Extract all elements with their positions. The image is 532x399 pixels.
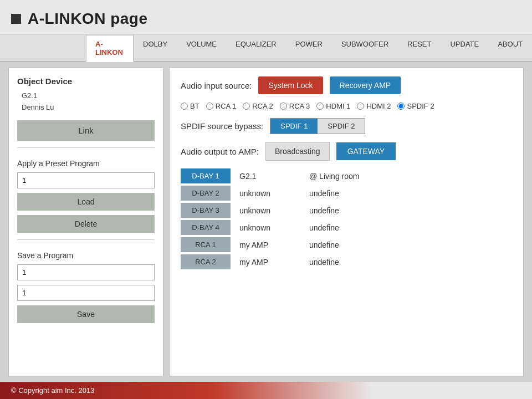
gateway-button[interactable]: GATEWAY — [336, 142, 396, 160]
left-panel: Object Device G2.1 Dennis Lu Link Apply … — [8, 68, 163, 376]
main-content: Object Device G2.1 Dennis Lu Link Apply … — [0, 62, 532, 382]
nav-tab-about[interactable]: ABOUT — [488, 35, 532, 61]
dbay-row: RCA 1my AMPundefine — [181, 237, 512, 252]
footer: © Copyright aim Inc. 2013 — [0, 382, 532, 399]
radio-hdmi-1[interactable]: HDMI 1 — [316, 102, 350, 110]
dbay-row: D-BAY 1G2.1@ Living room — [181, 168, 512, 183]
dbay-device-name: unknown — [239, 189, 300, 198]
spdif-toggle: SPDIF 1SPDIF 2 — [270, 118, 365, 134]
broadcasting-button[interactable]: Broadcasting — [265, 142, 330, 161]
dbay-device-name: unknown — [239, 223, 300, 232]
recovery-amp-button[interactable]: Recovery AMP — [330, 76, 401, 94]
object-device-label: Object Device — [17, 76, 155, 86]
header-icon — [11, 14, 21, 24]
copyright: © Copyright aim Inc. 2013 — [11, 386, 94, 395]
link-button[interactable]: Link — [17, 120, 155, 141]
nav-tabs: A-LINKONDOLBYVOLUMEEQUALIZERPOWERSUBWOOF… — [0, 35, 532, 62]
dbay-location: undefine — [309, 258, 339, 267]
dbay-device-name: my AMP — [239, 241, 300, 249]
dbay-device-name: unknown — [239, 206, 300, 215]
device-info: G2.1 Dennis Lu — [17, 90, 155, 114]
dbay-row: RCA 2my AMPundefine — [181, 254, 512, 269]
spdif-label: SPDIF source bypass: — [181, 121, 263, 131]
dbay-device-name: G2.1 — [239, 172, 300, 181]
nav-tab-subwoofer[interactable]: SUBWOOFER — [332, 35, 398, 61]
audio-input-label: Audio input source: — [181, 81, 252, 90]
radio-rca-3[interactable]: RCA 3 — [280, 102, 310, 110]
apply-preset-label: Apply a Preset Program — [17, 159, 155, 168]
spdif-btn-spdif-2[interactable]: SPDIF 2 — [318, 119, 365, 134]
device-name: G2.1 — [22, 90, 155, 102]
nav-tab-dolby[interactable]: DOLBY — [134, 35, 177, 61]
dbay-table: D-BAY 1G2.1@ Living roomD-BAY 2unknownun… — [181, 168, 512, 269]
nav-tab-update[interactable]: UPDATE — [441, 35, 488, 61]
nav-tab-equalizer[interactable]: EQUALIZER — [226, 35, 286, 61]
dbay-location: undefine — [309, 189, 339, 198]
save-button[interactable]: Save — [17, 305, 155, 323]
save-program-label: Save a Program — [17, 251, 155, 260]
page-title: A-LINKON page — [28, 10, 148, 28]
dbay-button-d-bay-4[interactable]: D-BAY 4 — [181, 220, 231, 235]
dbay-location: @ Living room — [309, 172, 359, 181]
delete-button[interactable]: Delete — [17, 215, 155, 233]
device-user: Dennis Lu — [22, 102, 155, 114]
save-input-2[interactable] — [17, 285, 155, 301]
nav-tab-reset[interactable]: RESET — [398, 35, 441, 61]
dbay-button-rca-2[interactable]: RCA 2 — [181, 254, 231, 269]
nav-tab-volume[interactable]: VOLUME — [177, 35, 226, 61]
dbay-button-rca-1[interactable]: RCA 1 — [181, 237, 231, 252]
system-lock-button[interactable]: System Lock — [258, 76, 323, 94]
radio-rca-2[interactable]: RCA 2 — [243, 102, 273, 110]
dbay-row: D-BAY 4unknownundefine — [181, 220, 512, 235]
dbay-button-d-bay-2[interactable]: D-BAY 2 — [181, 186, 231, 201]
dbay-location: undefine — [309, 206, 339, 215]
dbay-button-d-bay-3[interactable]: D-BAY 3 — [181, 203, 231, 218]
radio-spdif-2[interactable]: SPDIF 2 — [397, 102, 434, 110]
dbay-device-name: my AMP — [239, 258, 300, 267]
dbay-location: undefine — [309, 223, 339, 232]
audio-input-row: Audio input source: System Lock Recovery… — [181, 76, 512, 94]
save-input-1[interactable] — [17, 264, 155, 280]
radio-row: BTRCA 1RCA 2RCA 3HDMI 1HDMI 2SPDIF 2 — [181, 102, 512, 110]
load-button[interactable]: Load — [17, 193, 155, 211]
audio-output-label: Audio output to AMP: — [181, 147, 259, 156]
right-panel: Audio input source: System Lock Recovery… — [169, 68, 524, 376]
amp-row: Audio output to AMP: Broadcasting GATEWA… — [181, 142, 512, 161]
nav-tab-a-linkon[interactable]: A-LINKON — [86, 35, 134, 62]
radio-hdmi-2[interactable]: HDMI 2 — [357, 102, 391, 110]
preset-input[interactable] — [17, 172, 155, 188]
header: A-LINKON page — [0, 0, 532, 35]
radio-rca-1[interactable]: RCA 1 — [206, 102, 237, 110]
spdif-row: SPDIF source bypass: SPDIF 1SPDIF 2 — [181, 118, 512, 134]
nav-tab-power[interactable]: POWER — [286, 35, 332, 61]
spdif-btn-spdif-1[interactable]: SPDIF 1 — [270, 119, 318, 134]
dbay-location: undefine — [309, 241, 339, 249]
radio-bt[interactable]: BT — [181, 102, 200, 110]
dbay-button-d-bay-1[interactable]: D-BAY 1 — [181, 168, 231, 183]
dbay-row: D-BAY 3unknownundefine — [181, 203, 512, 218]
dbay-row: D-BAY 2unknownundefine — [181, 186, 512, 201]
